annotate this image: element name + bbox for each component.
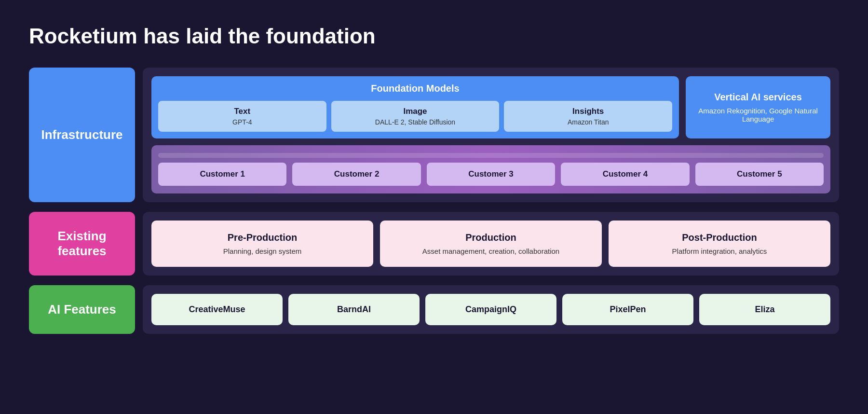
post-production-title: Post-Production: [682, 232, 757, 243]
customer-card-5: Customer 5: [695, 163, 824, 186]
customer-card-1: Customer 1: [158, 163, 286, 186]
page-title: Rocketium has laid the foundation: [29, 24, 839, 48]
customers-top-bar: [158, 153, 824, 158]
infrastructure-row: Infrastructure Foundation Models Text GP…: [29, 68, 839, 202]
foundation-cards: Text GPT-4 Image DALL-E 2, Stable Diffus…: [158, 101, 672, 132]
ai-card-campaigniq: CampaignIQ: [425, 294, 556, 325]
post-production-subtitle: Platform integration, analytics: [672, 247, 767, 255]
vertical-ai-title: Vertical AI services: [714, 92, 802, 103]
ai-card-creativemuse: CreativeMuse: [151, 294, 283, 325]
customer-cards: Customer 1 Customer 2 Customer 3 Custome…: [158, 163, 824, 186]
ai-features-content: CreativeMuse BarndAI CampaignIQ PixelPen…: [143, 285, 839, 334]
foundation-card-insights-title: Insights: [509, 107, 667, 116]
pre-production-title: Pre-Production: [228, 232, 297, 243]
foundation-card-image-title: Image: [336, 107, 495, 116]
existing-features-content: Pre-Production Planning, design system P…: [143, 212, 839, 276]
foundation-card-insights: Insights Amazon Titan: [504, 101, 672, 132]
vertical-ai-subtitle: Amazon Rekognition, Google Natural Langu…: [692, 107, 824, 123]
existing-features-label-text: Existingfeatures: [57, 229, 106, 259]
foundation-models-block: Foundation Models Text GPT-4 Image DALL-…: [151, 76, 679, 138]
foundation-card-text-title: Text: [163, 107, 322, 116]
foundation-card-text-subtitle: GPT-4: [163, 118, 322, 126]
infra-top: Foundation Models Text GPT-4 Image DALL-…: [151, 76, 830, 138]
foundation-card-text: Text GPT-4: [158, 101, 326, 132]
pre-production-card: Pre-Production Planning, design system: [151, 221, 373, 267]
ai-features-row: AI Features CreativeMuse BarndAI Campaig…: [29, 285, 839, 334]
production-card: Production Asset management, creation, c…: [380, 221, 602, 267]
infrastructure-label: Infrastructure: [29, 68, 135, 202]
ai-card-eliza: Eliza: [699, 294, 830, 325]
ai-features-label: AI Features: [29, 285, 135, 334]
foundation-card-image: Image DALL-E 2, Stable Diffusion: [331, 101, 500, 132]
production-title: Production: [465, 232, 516, 243]
customer-card-3: Customer 3: [427, 163, 555, 186]
post-production-card: Post-Production Platform integration, an…: [609, 221, 830, 267]
existing-features-row: Existingfeatures Pre-Production Planning…: [29, 212, 839, 276]
production-subtitle: Asset management, creation, collaboratio…: [422, 247, 559, 255]
infrastructure-content: Foundation Models Text GPT-4 Image DALL-…: [143, 68, 839, 202]
customer-card-2: Customer 2: [292, 163, 420, 186]
ai-card-pixelpen: PixelPen: [562, 294, 693, 325]
vertical-ai-block: Vertical AI services Amazon Rekognition,…: [686, 76, 830, 138]
diagram-container: Infrastructure Foundation Models Text GP…: [29, 68, 839, 334]
foundation-card-insights-subtitle: Amazon Titan: [509, 118, 667, 126]
existing-features-label: Existingfeatures: [29, 212, 135, 276]
ai-card-barndai: BarndAI: [288, 294, 420, 325]
customer-card-4: Customer 4: [561, 163, 689, 186]
customers-block: Customer 1 Customer 2 Customer 3 Custome…: [151, 145, 830, 193]
pre-production-subtitle: Planning, design system: [223, 247, 302, 255]
foundation-models-title: Foundation Models: [158, 83, 672, 94]
foundation-card-image-subtitle: DALL-E 2, Stable Diffusion: [336, 118, 495, 126]
